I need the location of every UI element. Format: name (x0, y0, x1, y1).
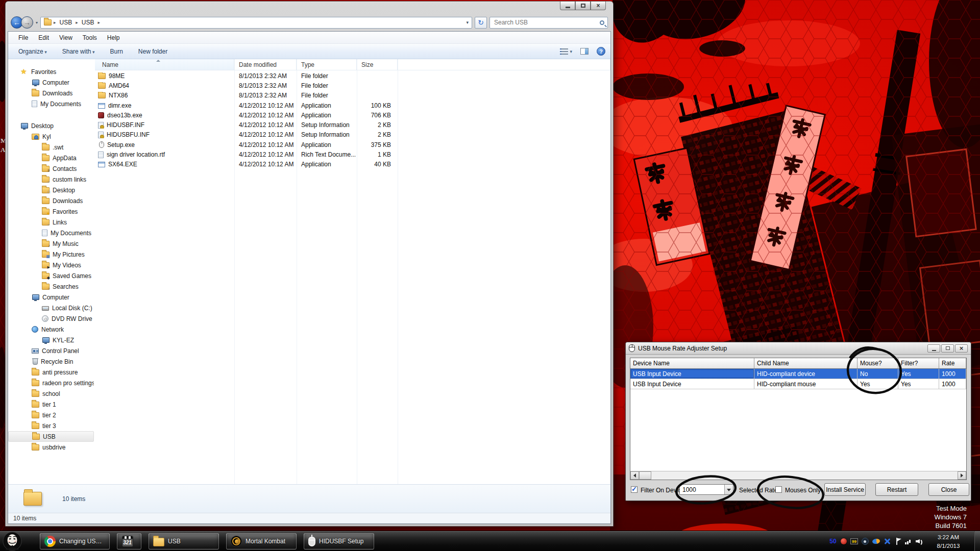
taskbar-button[interactable]: Changing USB Po... (40, 533, 110, 549)
taskbar-button[interactable]: 321 (117, 533, 141, 549)
file-row[interactable]: HIDUSBFU.INF 4/12/2012 10:12 AM Setup In… (95, 130, 610, 140)
toolbar-button[interactable]: Organize (13, 46, 52, 57)
sidebar-item[interactable]: Kyl (8, 131, 94, 142)
sidebar-item[interactable]: .swt (8, 142, 94, 153)
taskbar-button[interactable]: Mortal Kombat (226, 533, 297, 549)
device-row[interactable]: USB Input Device HID-compliant mouse Yes… (630, 379, 966, 389)
close-button[interactable]: × (591, 2, 606, 10)
start-button[interactable] (3, 532, 22, 551)
search-input[interactable] (493, 18, 600, 27)
dialog-maximize-button[interactable] (941, 344, 954, 353)
breadcrumb-item[interactable]: USB (58, 18, 74, 27)
tray-icon[interactable] (905, 538, 912, 544)
sidebar-item[interactable]: Downloads (8, 88, 94, 98)
toolbar-button[interactable]: New folder (133, 46, 173, 57)
forward-button[interactable]: → (21, 16, 33, 29)
sidebar-item[interactable]: Contacts (8, 163, 94, 174)
maximize-button[interactable] (575, 2, 591, 10)
tray-icon[interactable]: 99 (850, 538, 858, 544)
column-header-size[interactable]: Size (357, 59, 398, 70)
device-column-header[interactable]: Filter? (898, 358, 939, 368)
sidebar-item[interactable]: Network (8, 324, 94, 335)
sidebar-item[interactable]: Desktop (8, 185, 94, 195)
device-column-header[interactable]: Child Name (754, 358, 857, 368)
tray-icon[interactable]: 50 (829, 537, 837, 545)
sidebar-item[interactable]: KYL-EZ (8, 335, 94, 345)
sidebar-item[interactable]: My Music (8, 238, 94, 249)
sidebar-item[interactable]: custom links (8, 174, 94, 185)
minimize-button[interactable] (560, 2, 575, 10)
device-column-header[interactable]: Rate (939, 358, 966, 368)
tray-icon[interactable] (872, 538, 880, 544)
device-row[interactable]: USB Input Device HID-compliant device No… (630, 369, 966, 379)
column-header-type[interactable]: Type (297, 59, 357, 70)
preview-pane-button[interactable] (580, 48, 589, 55)
restart-button[interactable]: Restart (875, 483, 918, 496)
address-dropdown-icon[interactable]: ▾ (466, 20, 469, 25)
device-column-header[interactable]: Device Name (630, 358, 754, 368)
dropdown-arrow-icon[interactable] (724, 485, 733, 494)
history-dropdown-icon[interactable]: ▾ (36, 20, 38, 25)
sidebar-item[interactable]: Searches (8, 281, 94, 292)
address-bar[interactable]: ▸ USB ▸ USB ▸ ▾ (40, 17, 472, 29)
help-button[interactable]: ? (597, 47, 605, 56)
views-button[interactable]: ▾ (560, 48, 572, 55)
column-header-name[interactable]: Name (95, 59, 234, 70)
sidebar-item[interactable]: tier 3 (8, 420, 94, 431)
sidebar-item[interactable]: Control Panel (8, 345, 94, 356)
close-dialog-button[interactable]: Close (928, 483, 969, 496)
sidebar-item[interactable]: My Documents (8, 228, 94, 238)
show-desktop-button[interactable] (974, 531, 980, 551)
sidebar-item[interactable]: radeon pro settings b (8, 378, 94, 388)
horizontal-scrollbar[interactable] (630, 471, 966, 480)
sidebar-item[interactable]: My Videos (8, 260, 94, 270)
tray-icon[interactable] (894, 538, 901, 545)
sidebar-item[interactable]: DVD RW Drive (D:) (8, 313, 94, 324)
search-box[interactable] (489, 17, 608, 29)
breadcrumb-item[interactable]: USB (80, 18, 96, 27)
tray-icon[interactable] (841, 538, 847, 544)
file-row[interactable]: Setup.exe 4/12/2012 10:12 AM Application… (95, 140, 610, 149)
sidebar-item[interactable]: Links (8, 217, 94, 228)
menu-item[interactable]: Edit (33, 33, 54, 43)
file-row[interactable]: dseo13b.exe 4/12/2012 10:12 AM Applicati… (95, 110, 610, 120)
sidebar-item[interactable]: Favorites (8, 66, 94, 77)
file-row[interactable]: 98ME 8/1/2013 2:32 AM File folder (95, 71, 610, 81)
file-row[interactable]: AMD64 8/1/2013 2:32 AM File folder (95, 81, 610, 90)
menu-item[interactable]: View (54, 33, 78, 43)
mouses-only-checkbox[interactable] (775, 486, 782, 493)
file-row[interactable]: dimr.exe 4/12/2012 10:12 AM Application … (95, 101, 610, 110)
menu-item[interactable]: Tools (78, 33, 102, 43)
dialog-minimize-button[interactable] (927, 344, 940, 353)
sidebar-item[interactable]: tier 2 (8, 410, 94, 420)
sidebar-item[interactable]: My Documents (8, 98, 94, 109)
sidebar-item[interactable]: Saved Games (8, 270, 94, 281)
sidebar-item[interactable]: usbdrive (8, 442, 94, 453)
sidebar-item[interactable]: Local Disk (C:) (8, 303, 94, 313)
sidebar-item[interactable]: Computer (8, 292, 94, 303)
tray-icon[interactable] (862, 538, 869, 545)
scrollbar-thumb[interactable] (639, 471, 651, 480)
file-row[interactable]: SX64.EXE 4/12/2012 10:12 AM Application … (95, 160, 610, 169)
sidebar-item[interactable]: USB (8, 431, 94, 442)
sidebar-item[interactable]: My Pictures (8, 249, 94, 260)
file-row[interactable]: NTX86 8/1/2013 2:32 AM File folder (95, 91, 610, 101)
sidebar-item[interactable]: AppData (8, 153, 94, 163)
sidebar-item[interactable]: Favorites (8, 206, 94, 217)
toolbar-button[interactable]: Share with (57, 46, 100, 57)
sidebar-item[interactable]: tier 1 (8, 399, 94, 410)
sidebar-item[interactable]: Downloads (8, 195, 94, 206)
column-header-date[interactable]: Date modified (234, 59, 297, 70)
scroll-left-icon[interactable] (630, 471, 639, 480)
tray-icon[interactable] (884, 538, 891, 545)
sidebar-item[interactable]: anti pressure (8, 367, 94, 378)
filter-on-device-checkbox[interactable] (631, 486, 638, 493)
scroll-right-icon[interactable] (958, 471, 966, 480)
sidebar-item[interactable]: Computer (8, 77, 94, 88)
device-column-header[interactable]: Mouse? (857, 358, 898, 368)
file-row[interactable]: HIDUSBF.INF 4/12/2012 10:12 AM Setup Inf… (95, 120, 610, 130)
toolbar-button[interactable]: Burn (105, 46, 128, 57)
sidebar-item[interactable]: school (8, 388, 94, 399)
install-service-button[interactable]: Install Service (824, 483, 866, 496)
menu-item[interactable]: File (13, 33, 33, 43)
